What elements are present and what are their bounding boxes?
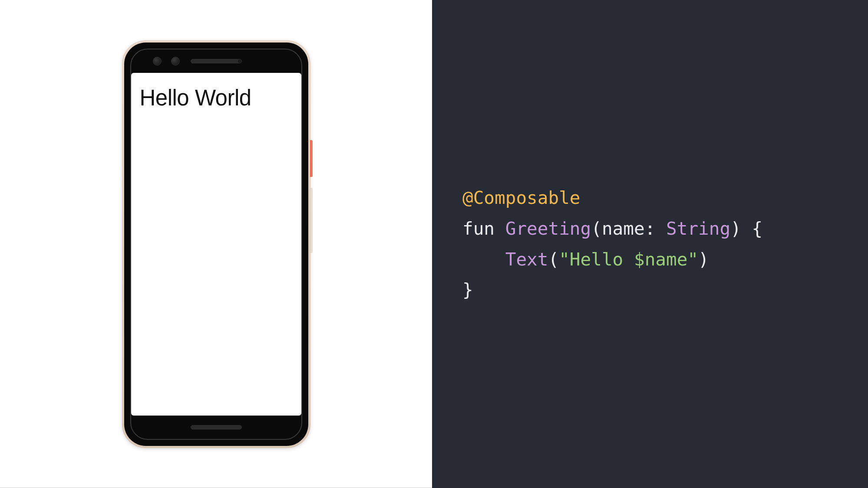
code-colon: : — [645, 218, 666, 239]
code-brace-open: { — [741, 218, 762, 239]
code-paren-close: ) — [730, 218, 741, 239]
greeting-text: Hello World — [140, 85, 293, 111]
speaker-icon — [191, 59, 242, 63]
code-snippet: @Composable fun Greeting(name: String) {… — [462, 183, 762, 305]
phone-bezel-top — [131, 49, 301, 73]
phone-inner: Hello World — [130, 49, 302, 440]
proximity-sensor-icon — [238, 59, 241, 63]
phone-power-button-icon — [310, 140, 313, 177]
code-call-paren-open: ( — [548, 249, 559, 270]
phone-screen: Hello World — [131, 73, 301, 416]
phone-device: Hello World — [122, 40, 310, 448]
code-paren-open: ( — [591, 218, 602, 239]
code-param-name: name — [602, 218, 645, 239]
camera-icon — [153, 57, 162, 66]
code-brace-close: } — [462, 279, 473, 300]
phone-volume-button-icon — [310, 188, 313, 253]
code-call-paren-close: ) — [698, 249, 709, 270]
code-call-name: Text — [505, 249, 548, 270]
preview-pane: Hello World — [0, 0, 432, 488]
code-string-literal: "Hello $name" — [559, 249, 698, 270]
code-indent — [462, 249, 505, 270]
code-keyword-fun: fun — [462, 218, 495, 239]
code-func-name: Greeting — [505, 218, 591, 239]
code-annotation: @Composable — [462, 187, 581, 208]
speaker-icon — [191, 425, 242, 429]
code-pane: @Composable fun Greeting(name: String) {… — [432, 0, 868, 488]
code-param-type: String — [666, 218, 730, 239]
phone-bezel-bottom — [131, 416, 301, 439]
phone-frame: Hello World — [124, 43, 308, 446]
camera-icon — [171, 57, 180, 66]
